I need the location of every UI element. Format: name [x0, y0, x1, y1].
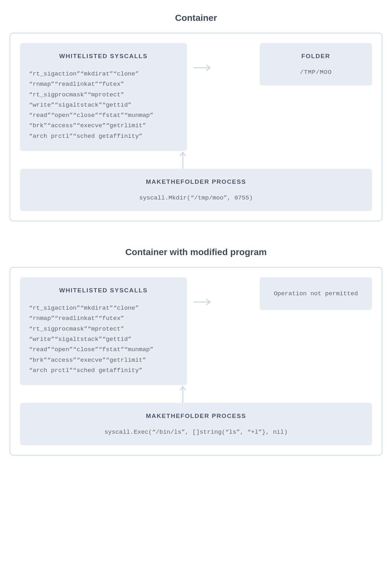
arrow-up-icon — [179, 385, 187, 403]
whitelisted-syscalls-box: WHITELISTED SYSCALLS “rt_sigaction”“mkdi… — [20, 43, 187, 151]
syscalls-header: WHITELISTED SYSCALLS — [29, 287, 178, 294]
container-outline: WHITELISTED SYSCALLS “rt_sigaction”“mkdi… — [10, 33, 382, 221]
syscalls-list: “rt_sigaction”“mkdirat”“clone” “rnmap”“r… — [29, 303, 178, 376]
top-row: WHITELISTED SYSCALLS “rt_sigaction”“mkdi… — [20, 277, 372, 385]
process-box: MAKETHEFOLDER PROCESS syscall.Exec(“/bin… — [20, 403, 372, 445]
process-header: MAKETHEFOLDER PROCESS — [26, 178, 366, 185]
diagram-title: Container — [10, 13, 382, 23]
process-box: MAKETHEFOLDER PROCESS syscall.Mkdir(“/tm… — [20, 169, 372, 211]
container-outline: WHITELISTED SYSCALLS “rt_sigaction”“mkdi… — [10, 267, 382, 456]
result-box: Operation not permitted — [260, 277, 372, 310]
diagram-container-1: Container WHITELISTED SYSCALLS “rt_sigac… — [10, 13, 382, 221]
whitelisted-syscalls-box: WHITELISTED SYSCALLS “rt_sigaction”“mkdi… — [20, 277, 187, 385]
folder-header: FOLDER — [266, 53, 366, 60]
diagram-title: Container with modified program — [10, 247, 382, 257]
result-box: FOLDER /TMP/MOO — [260, 43, 372, 85]
folder-path: /TMP/MOO — [266, 69, 366, 76]
process-header: MAKETHEFOLDER PROCESS — [26, 413, 366, 420]
arrow-up-icon — [179, 151, 187, 169]
diagram-container-2: Container with modified program WHITELIS… — [10, 247, 382, 456]
top-row: WHITELISTED SYSCALLS “rt_sigaction”“mkdi… — [20, 43, 372, 151]
process-call: syscall.Exec(“/bin/ls”, []string(“ls”, “… — [26, 429, 366, 436]
arrow-right-icon — [193, 64, 213, 72]
arrow-right-icon — [193, 298, 213, 306]
syscalls-header: WHITELISTED SYSCALLS — [29, 53, 178, 60]
process-call: syscall.Mkdir(“/tmp/moo”, 0755) — [26, 194, 366, 201]
error-message: Operation not permitted — [266, 290, 366, 297]
syscalls-list: “rt_sigaction”“mkdirat”“clone” “rnmap”“r… — [29, 69, 178, 141]
